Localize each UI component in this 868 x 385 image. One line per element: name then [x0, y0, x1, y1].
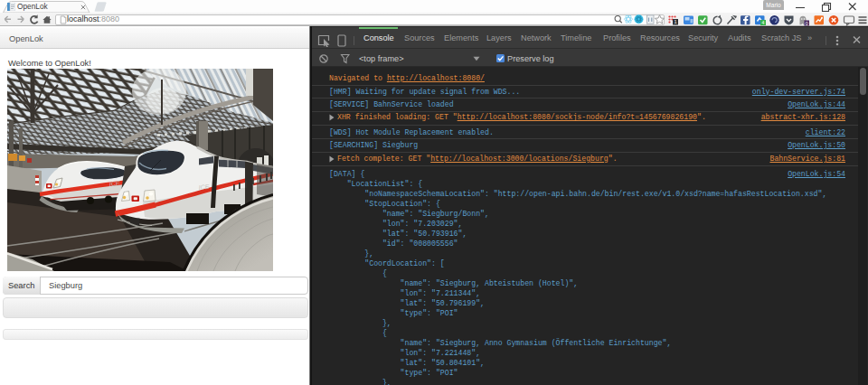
svg-text:1: 1 [674, 19, 676, 24]
svg-text:ICE: ICE [109, 180, 120, 187]
svg-text:0: 0 [806, 21, 808, 26]
svg-text:ICE: ICE [198, 183, 210, 191]
svg-text:4: 4 [762, 20, 765, 25]
